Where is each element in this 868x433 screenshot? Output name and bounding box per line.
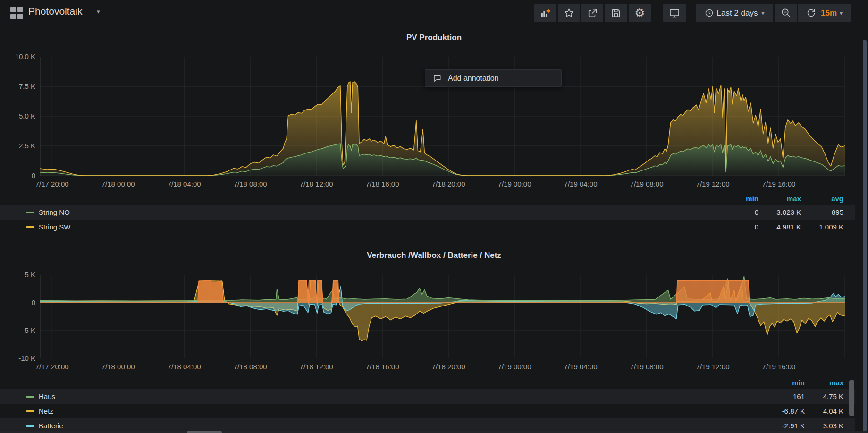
series-name[interactable]: String SW bbox=[39, 223, 71, 231]
panel-title[interactable]: PV Produktion bbox=[0, 33, 868, 42]
add-panel-button[interactable] bbox=[534, 4, 556, 22]
x-axis-tick: 7/18 16:00 bbox=[352, 180, 413, 188]
legend-value: 895 bbox=[801, 208, 843, 216]
legend-row[interactable]: Netz-6.87 K4.04 K bbox=[0, 404, 855, 418]
y-axis-tick: 5.0 K bbox=[1, 112, 35, 120]
x-axis-tick: 7/18 08:00 bbox=[219, 363, 281, 371]
legend-col-max[interactable]: max bbox=[758, 195, 801, 203]
series-name[interactable]: Haus bbox=[39, 392, 55, 400]
horizontal-scrollbar[interactable] bbox=[187, 431, 222, 433]
x-axis-tick: 7/19 04:00 bbox=[550, 180, 611, 188]
x-axis-tick: 7/18 20:00 bbox=[418, 180, 479, 188]
y-axis-tick: -10 K bbox=[1, 354, 35, 362]
pv-legend: minmaxavgString NO03.023 K895String SW04… bbox=[0, 192, 855, 234]
chevron-down-icon[interactable]: ▾ bbox=[97, 8, 100, 15]
y-axis-tick: 7.5 K bbox=[1, 82, 35, 90]
x-axis-tick: 7/18 12:00 bbox=[286, 180, 347, 188]
legend-value: 0 bbox=[716, 223, 758, 231]
x-axis-tick: 7/18 04:00 bbox=[153, 180, 215, 188]
settings-gear-icon: ⚙ bbox=[634, 7, 645, 19]
legend-col-avg[interactable]: avg bbox=[801, 195, 843, 203]
refresh-icon bbox=[806, 8, 816, 18]
cycle-view-button[interactable] bbox=[663, 4, 686, 22]
save-button[interactable] bbox=[605, 4, 627, 22]
legend-value: 4.981 K bbox=[758, 223, 801, 231]
y-axis-tick: 5 K bbox=[1, 271, 35, 279]
legend-value: 1.009 K bbox=[801, 223, 843, 231]
legend-value: 161 bbox=[766, 392, 805, 400]
x-axis-tick: 7/18 16:00 bbox=[352, 363, 413, 371]
x-axis-tick: 7/17 20:00 bbox=[21, 180, 83, 188]
zoom-out-icon bbox=[781, 8, 792, 18]
zoom-out-button[interactable] bbox=[775, 4, 797, 22]
legend-row[interactable]: Haus1614.75 K bbox=[0, 389, 855, 404]
star-icon bbox=[564, 8, 574, 18]
verbrauch-chart-plot[interactable] bbox=[40, 275, 845, 358]
x-axis-tick: 7/18 12:00 bbox=[286, 363, 347, 371]
monitor-icon bbox=[669, 8, 680, 19]
series-swatch bbox=[26, 425, 34, 427]
legend-value: 0 bbox=[716, 208, 758, 216]
share-icon bbox=[587, 8, 598, 18]
x-axis-tick: 7/18 00:00 bbox=[87, 363, 149, 371]
time-range-label: Last 2 days bbox=[717, 8, 758, 18]
x-axis-tick: 7/18 20:00 bbox=[418, 363, 479, 371]
y-axis-tick: 0 bbox=[1, 298, 35, 306]
legend-header: minmaxavg bbox=[0, 192, 855, 205]
time-range-picker[interactable]: Last 2 days ▾ bbox=[696, 4, 773, 22]
clock-icon bbox=[705, 8, 714, 17]
x-axis-tick: 7/19 12:00 bbox=[682, 180, 743, 188]
refresh-picker[interactable]: 15m ▾ bbox=[798, 4, 851, 22]
series-swatch bbox=[26, 410, 34, 412]
panel-pv-produktion: PV Produktion minmaxavgString NO03.023 K… bbox=[0, 26, 868, 238]
legend-header: minmax bbox=[0, 376, 855, 389]
horizontal-scrollbar-track bbox=[0, 431, 868, 433]
x-axis-tick: 7/18 00:00 bbox=[87, 180, 149, 188]
chevron-down-icon: ▾ bbox=[840, 10, 843, 17]
y-axis-tick: 10.0 K bbox=[1, 52, 35, 60]
legend-value: 4.04 K bbox=[805, 407, 843, 415]
x-axis-tick: 7/19 04:00 bbox=[550, 363, 611, 371]
y-axis-tick: 2.5 K bbox=[1, 142, 35, 150]
x-axis-tick: 7/19 08:00 bbox=[616, 363, 677, 371]
panel-verbrauch: Verbrauch /Wallbox / Batterie / Netz min… bbox=[0, 238, 868, 433]
refresh-interval-label: 15m bbox=[821, 8, 837, 18]
series-swatch bbox=[26, 212, 34, 213]
dashboard-title[interactable]: Photovoltaik bbox=[28, 6, 82, 17]
legend-row[interactable]: String NO03.023 K895 bbox=[0, 205, 855, 220]
star-button[interactable] bbox=[558, 4, 580, 22]
legend-col-max[interactable]: max bbox=[805, 379, 843, 387]
y-axis-tick: 0 bbox=[1, 171, 35, 179]
vertical-scrollbar[interactable] bbox=[863, 40, 867, 432]
x-axis-tick: 7/17 20:00 bbox=[21, 363, 83, 371]
legend-scrollbar[interactable] bbox=[849, 380, 854, 416]
legend-value: 3.03 K bbox=[805, 422, 843, 430]
x-axis-tick: 7/19 00:00 bbox=[484, 363, 545, 371]
series-name[interactable]: Netz bbox=[39, 407, 53, 415]
legend-row[interactable]: String SW04.981 K1.009 K bbox=[0, 220, 855, 234]
x-axis-tick: 7/18 04:00 bbox=[153, 363, 215, 371]
legend-value: -2.91 K bbox=[766, 422, 805, 430]
series-swatch bbox=[26, 226, 34, 228]
add-panel-icon bbox=[540, 8, 550, 18]
x-axis-tick: 7/18 08:00 bbox=[219, 180, 281, 188]
apps-grid-icon[interactable] bbox=[10, 7, 23, 19]
series-name[interactable]: String NO bbox=[39, 208, 70, 216]
verbrauch-legend: minmaxHaus1614.75 KNetz-6.87 K4.04 KBatt… bbox=[0, 376, 855, 433]
save-icon bbox=[611, 8, 621, 18]
legend-value: 4.75 K bbox=[805, 392, 843, 400]
legend-value: -6.87 K bbox=[766, 407, 805, 415]
series-swatch bbox=[26, 396, 34, 398]
comment-icon bbox=[433, 74, 442, 83]
legend-col-min[interactable]: min bbox=[766, 379, 805, 387]
series-name[interactable]: Batterie bbox=[39, 422, 63, 430]
x-axis-tick: 7/19 16:00 bbox=[748, 363, 809, 371]
legend-col-min[interactable]: min bbox=[716, 195, 758, 203]
panel-title[interactable]: Verbrauch /Wallbox / Batterie / Netz bbox=[0, 251, 868, 260]
x-axis-tick: 7/19 00:00 bbox=[484, 180, 545, 188]
chevron-down-icon: ▾ bbox=[761, 10, 764, 17]
add-annotation-menu-item[interactable]: Add annotation bbox=[425, 69, 562, 87]
x-axis-tick: 7/19 16:00 bbox=[748, 180, 809, 188]
share-button[interactable] bbox=[581, 4, 603, 22]
settings-button[interactable]: ⚙ bbox=[629, 4, 651, 22]
